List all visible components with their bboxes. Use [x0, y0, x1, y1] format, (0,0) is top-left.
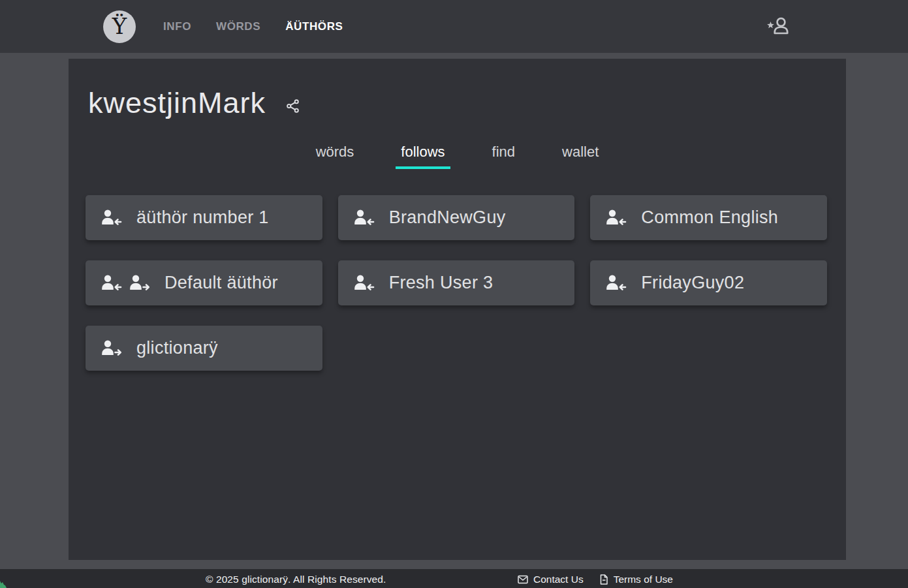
follow-name: BrandNewGuy — [389, 208, 506, 228]
follow-name: äüthör number 1 — [136, 208, 269, 228]
person-arrow-right-icon — [128, 274, 150, 292]
follow-status-icons — [352, 209, 375, 226]
follow-card[interactable]: FridayGuy02 — [590, 260, 827, 305]
person-arrow-left-icon — [352, 209, 375, 226]
star-person-icon[interactable] — [766, 16, 790, 35]
follow-card[interactable]: Default äüthör — [86, 260, 322, 305]
tab-follows[interactable]: follows — [396, 141, 450, 169]
terms-of-use-label: Terms of Use — [614, 574, 673, 585]
main-nav: INFO WÖRDS ÄÜTHÖRS — [163, 20, 343, 33]
site-logo[interactable]: Ÿ — [103, 10, 136, 43]
header-right — [766, 16, 790, 38]
follow-status-icons — [604, 209, 627, 226]
profile-panel: kwestjinMark wörds follows find wallet ä… — [69, 59, 846, 560]
follow-status-icons — [604, 274, 627, 292]
copyright-text: © 2025 glictionarÿ. All Rights Reserved. — [206, 574, 386, 585]
person-arrow-left-icon — [100, 274, 122, 292]
nav-item-words[interactable]: WÖRDS — [216, 20, 260, 33]
corner-artifact — [0, 579, 7, 588]
person-arrow-left-icon — [100, 209, 122, 226]
document-icon — [599, 574, 608, 585]
tab-wallet[interactable]: wallet — [557, 141, 604, 169]
profile-tabs: wörds follows find wallet — [69, 141, 846, 169]
person-arrow-left-icon — [352, 274, 375, 292]
follow-card[interactable]: Common English — [590, 195, 827, 240]
contact-us-label: Contact Us — [533, 574, 584, 585]
follow-status-icons — [100, 339, 122, 357]
follow-card[interactable]: äüthör number 1 — [86, 195, 322, 240]
contact-us-link[interactable]: Contact Us — [518, 574, 584, 585]
follow-name: Common English — [641, 208, 778, 228]
follow-name: Default äüthör — [164, 273, 278, 293]
follow-status-icons — [100, 209, 122, 226]
person-arrow-left-icon — [604, 209, 627, 226]
footer-links: Contact Us Terms of Use — [518, 574, 673, 585]
follow-card[interactable]: glictionarÿ — [86, 326, 322, 371]
person-arrow-left-icon — [604, 274, 627, 292]
follow-name: FridayGuy02 — [641, 273, 744, 293]
follow-card[interactable]: BrandNewGuy — [338, 195, 575, 240]
follow-name: glictionarÿ — [136, 338, 218, 358]
follows-grid: äüthör number 1 BrandNewGuy Common Engli… — [69, 169, 846, 371]
tab-find[interactable]: find — [487, 141, 520, 169]
follow-status-icons — [352, 274, 375, 292]
envelope-icon — [518, 575, 528, 584]
terms-of-use-link[interactable]: Terms of Use — [599, 574, 673, 585]
tab-words[interactable]: wörds — [311, 141, 360, 169]
share-icon[interactable] — [285, 99, 300, 114]
follow-status-icons — [100, 274, 150, 292]
person-arrow-right-icon — [100, 339, 122, 357]
profile-header: kwestjinMark — [69, 59, 846, 120]
nav-item-info[interactable]: INFO — [163, 20, 191, 33]
logo-letter: Ÿ — [112, 15, 127, 37]
top-navbar: Ÿ INFO WÖRDS ÄÜTHÖRS — [0, 0, 908, 53]
follow-name: Fresh User 3 — [389, 273, 493, 293]
page-title: kwestjinMark — [88, 86, 266, 120]
page-footer: © 2025 glictionarÿ. All Rights Reserved.… — [0, 569, 908, 588]
nav-item-authors[interactable]: ÄÜTHÖRS — [285, 20, 343, 33]
follow-card[interactable]: Fresh User 3 — [338, 260, 575, 305]
